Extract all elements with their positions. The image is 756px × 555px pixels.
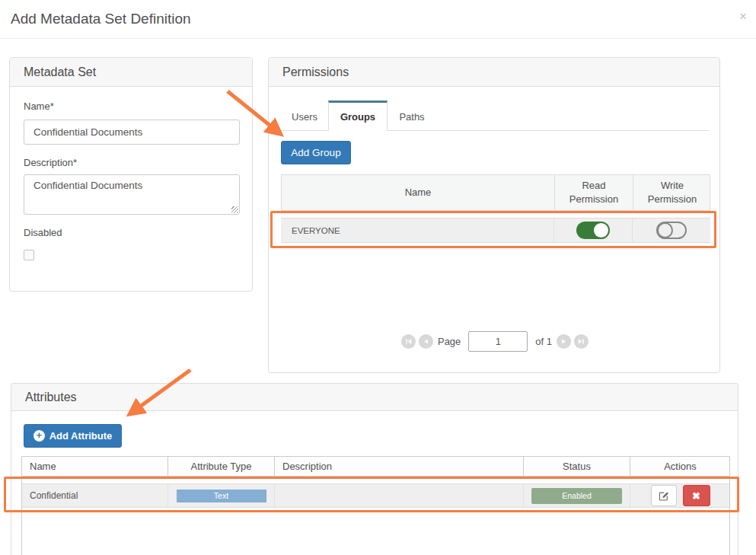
read-permission-toggle[interactable]: [576, 222, 610, 239]
add-attribute-button[interactable]: + Add Attribute: [24, 424, 122, 448]
disabled-checkbox[interactable]: [24, 250, 34, 260]
permissions-tab-bar: Users Groups Paths: [281, 100, 709, 131]
attributes-table-header: Name Attribute Type Description Status A…: [22, 456, 729, 477]
previous-page-button[interactable]: [419, 334, 433, 349]
column-header-read-permission: Read Permission: [554, 175, 633, 210]
attributes-panel-title: Attributes: [11, 384, 738, 411]
plus-icon: +: [33, 430, 45, 442]
add-attribute-label: Add Attribute: [49, 430, 113, 442]
modal-title: Add Metadata Set Definition: [11, 11, 191, 27]
tab-groups[interactable]: Groups: [328, 100, 388, 131]
metadata-set-panel-title: Metadata Set: [10, 58, 252, 87]
page-number-input[interactable]: [468, 331, 528, 352]
toggle-knob: [657, 222, 673, 238]
column-header-write-permission: Write Permission: [633, 175, 711, 210]
description-label: Description*: [24, 157, 77, 168]
table-row: EVERYONE: [281, 218, 710, 243]
write-permission-toggle[interactable]: [656, 222, 687, 239]
permissions-panel: Permissions Users Groups Paths Add Group…: [268, 57, 720, 373]
attributes-table: Name Attribute Type Description Status A…: [21, 456, 730, 555]
attribute-description-cell: [274, 484, 523, 507]
permissions-panel-title: Permissions: [269, 58, 719, 87]
delete-button[interactable]: ✖: [683, 485, 710, 506]
tab-paths[interactable]: Paths: [388, 100, 436, 130]
first-page-button[interactable]: [401, 334, 416, 349]
attribute-name-cell: Confidential: [22, 484, 167, 507]
next-page-button[interactable]: [557, 334, 571, 349]
attributes-panel: Attributes + Add Attribute Name Attribut…: [11, 383, 738, 555]
disabled-label: Disabled: [24, 227, 62, 238]
groups-table-header: Name Read Permission Write Permission: [281, 174, 710, 211]
add-group-button[interactable]: Add Group: [281, 141, 351, 164]
description-textarea[interactable]: Confidential Documents: [24, 174, 240, 215]
name-label: Name*: [24, 100, 54, 112]
edit-icon: [659, 490, 669, 501]
page-label: Page: [436, 336, 462, 347]
name-input[interactable]: [24, 120, 240, 145]
table-row: Confidential Text Enabled ✖: [22, 483, 729, 508]
last-page-button[interactable]: [574, 334, 589, 349]
groups-table: Name Read Permission Write Permission EV…: [281, 174, 710, 243]
tab-users[interactable]: Users: [281, 100, 328, 130]
column-header-description: Description: [274, 457, 523, 476]
status-badge: Enabled: [531, 488, 622, 504]
edit-button[interactable]: [651, 485, 677, 506]
close-icon[interactable]: ×: [739, 10, 747, 23]
attribute-type-badge: Text: [177, 490, 266, 502]
page-of-label: of 1: [534, 336, 553, 347]
modal-header: Add Metadata Set Definition ×: [0, 0, 756, 39]
column-header-status: Status: [523, 457, 630, 476]
pagination: Page of 1: [269, 330, 721, 352]
toggle-knob: [594, 223, 608, 238]
column-header-actions: Actions: [630, 457, 730, 476]
column-header-attribute-type: Attribute Type: [167, 457, 274, 476]
column-header-name: Name: [22, 457, 167, 476]
column-header-name: Name: [282, 175, 554, 210]
metadata-set-panel: Metadata Set Name* Description* Confiden…: [9, 57, 253, 292]
group-name-cell: EVERYONE: [281, 218, 553, 242]
textarea-resize-grip[interactable]: [231, 206, 238, 213]
